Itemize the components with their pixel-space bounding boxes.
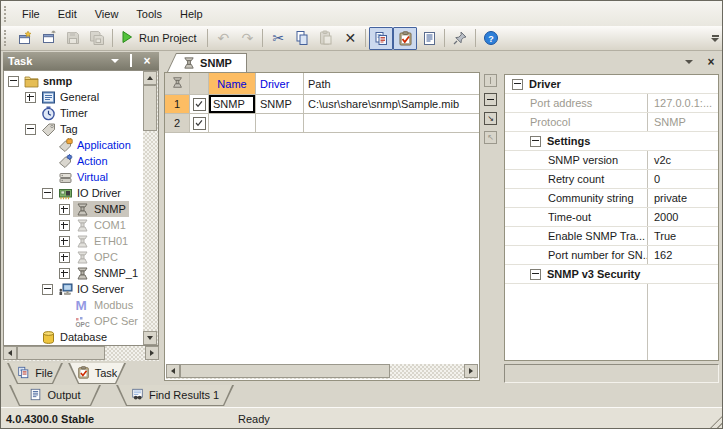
run-project-button[interactable]: Run Project xyxy=(116,28,204,49)
tree-item-io-server[interactable]: IO Server xyxy=(5,281,143,297)
tree-item-opc-server[interactable]: OPCOPC Ser xyxy=(5,313,143,329)
tree-item-modbus[interactable]: MModbus xyxy=(5,297,143,313)
expand-icon[interactable] xyxy=(59,252,70,263)
undo-button[interactable]: ↶ xyxy=(211,27,235,50)
property-value[interactable]: private xyxy=(647,189,718,207)
collapse-icon[interactable] xyxy=(42,188,53,199)
property-row[interactable]: ProtocolSNMP xyxy=(505,113,718,132)
help-button[interactable]: ? xyxy=(479,27,503,50)
property-row[interactable]: Community stringprivate xyxy=(505,189,718,208)
tab-output[interactable]: Output xyxy=(9,385,101,406)
collapse-icon[interactable] xyxy=(8,76,19,87)
property-row[interactable]: Time-out2000 xyxy=(505,208,718,227)
cell-name[interactable] xyxy=(209,114,256,133)
tree-item-io-driver[interactable]: IO Driver xyxy=(5,185,143,201)
table-row[interactable]: 1 SNMP SNMP C:\usr\share\snmp\Sample.mib xyxy=(165,95,479,114)
property-row[interactable]: SNMP versionv2c xyxy=(505,151,718,170)
expand-icon[interactable] xyxy=(59,204,70,215)
copy-button[interactable] xyxy=(290,27,314,50)
property-row[interactable]: Port number for SN...162 xyxy=(505,246,718,265)
new-project-button[interactable] xyxy=(13,27,37,50)
checked-checkbox[interactable] xyxy=(193,98,206,111)
panel-pin-button[interactable] xyxy=(124,55,138,68)
cell-path[interactable] xyxy=(304,114,479,133)
grid-corner-cell[interactable] xyxy=(165,73,190,95)
split-horizontal-button[interactable] xyxy=(484,93,497,106)
collapse-icon[interactable] xyxy=(530,269,541,280)
tree-item-eth01[interactable]: ETH01 xyxy=(5,233,143,249)
save-all-button[interactable] xyxy=(85,27,109,50)
scroll-up-button[interactable] xyxy=(143,71,157,85)
tree-item-snmp-1[interactable]: SNMP_1 xyxy=(5,265,143,281)
row-checkbox-cell[interactable] xyxy=(190,114,209,133)
expand-se-button[interactable]: ↘ xyxy=(484,112,497,125)
pin-button[interactable] xyxy=(448,27,472,50)
tree-item-timer[interactable]: Timer xyxy=(5,105,143,121)
scroll-left-button[interactable] xyxy=(166,364,180,378)
tree-item-com1[interactable]: COM1 xyxy=(5,217,143,233)
property-value[interactable]: 162 xyxy=(647,246,718,264)
checked-checkbox[interactable] xyxy=(193,117,206,130)
tree-item-general[interactable]: General xyxy=(5,89,143,105)
expand-nw-button[interactable]: ↖ xyxy=(484,131,497,144)
document-list-button[interactable] xyxy=(682,55,696,68)
cell-driver[interactable] xyxy=(256,114,304,133)
scroll-right-button[interactable] xyxy=(464,364,478,378)
task-pane-toggle[interactable] xyxy=(393,27,417,50)
scrollbar-thumb[interactable] xyxy=(17,346,105,360)
checkbox-column-header[interactable] xyxy=(190,73,209,95)
scroll-right-button[interactable] xyxy=(145,346,159,360)
tab-find-results-1[interactable]: Find Results 1 xyxy=(116,385,234,406)
tree-item-database[interactable]: Database xyxy=(5,329,143,345)
cell-name[interactable]: SNMP xyxy=(209,95,256,114)
delete-button[interactable]: ✕ xyxy=(338,27,362,50)
split-vertical-button[interactable] xyxy=(484,74,497,87)
expand-icon[interactable] xyxy=(25,92,36,103)
tree-item-virtual[interactable]: Virtual xyxy=(5,169,143,185)
tab-task[interactable]: Task xyxy=(68,363,126,384)
cell-path[interactable]: C:\usr\share\snmp\Sample.mib xyxy=(304,95,479,114)
property-group-driver[interactable]: Driver xyxy=(505,75,718,94)
row-checkbox-cell[interactable] xyxy=(190,95,209,114)
scrollbar-thumb[interactable] xyxy=(143,85,157,131)
property-value[interactable]: SNMP xyxy=(647,113,718,131)
toolbar-grip[interactable] xyxy=(4,30,9,46)
property-value[interactable]: 2000 xyxy=(647,208,718,226)
menu-tools[interactable]: Tools xyxy=(127,2,171,26)
property-value[interactable]: True xyxy=(647,227,718,245)
collapse-icon[interactable] xyxy=(25,124,36,135)
tab-file[interactable]: File xyxy=(7,363,63,384)
expand-icon[interactable] xyxy=(59,236,70,247)
menubar-grip[interactable] xyxy=(4,6,9,22)
column-header-path[interactable]: Path xyxy=(304,73,479,95)
redo-button[interactable]: ↷ xyxy=(235,27,259,50)
tree-horizontal-scrollbar[interactable] xyxy=(3,346,159,361)
cut-button[interactable]: ✂ xyxy=(266,27,290,50)
property-group-settings[interactable]: Settings xyxy=(505,132,718,151)
panel-menu-button[interactable] xyxy=(108,55,122,68)
collapse-icon[interactable] xyxy=(530,136,541,147)
panel-close-button[interactable]: × xyxy=(140,55,154,68)
property-group-snmp-v3-security[interactable]: SNMP v3 Security xyxy=(505,265,718,284)
scrollbar-thumb[interactable] xyxy=(180,364,390,378)
scroll-down-button[interactable] xyxy=(143,331,157,345)
expand-icon[interactable] xyxy=(59,268,70,279)
menu-view[interactable]: View xyxy=(86,2,128,26)
row-header[interactable]: 2 xyxy=(165,114,190,133)
tree-item-action[interactable]: Action xyxy=(5,153,143,169)
scroll-left-button[interactable] xyxy=(3,346,17,360)
resize-grip[interactable] xyxy=(710,415,723,428)
document-close-button[interactable]: × xyxy=(704,55,718,68)
menu-edit[interactable]: Edit xyxy=(49,2,86,26)
expand-icon[interactable] xyxy=(59,220,70,231)
property-value[interactable]: 0 xyxy=(647,170,718,188)
menu-file[interactable]: File xyxy=(13,2,49,26)
file-pane-toggle[interactable] xyxy=(369,27,393,50)
column-header-name[interactable]: Name xyxy=(209,73,256,95)
tree-item-opc[interactable]: OPC xyxy=(5,249,143,265)
output-pane-toggle[interactable] xyxy=(417,27,441,50)
paste-button[interactable] xyxy=(314,27,338,50)
toolbar-overflow-button[interactable] xyxy=(709,35,721,42)
save-button[interactable] xyxy=(61,27,85,50)
column-header-driver[interactable]: Driver xyxy=(256,73,304,95)
